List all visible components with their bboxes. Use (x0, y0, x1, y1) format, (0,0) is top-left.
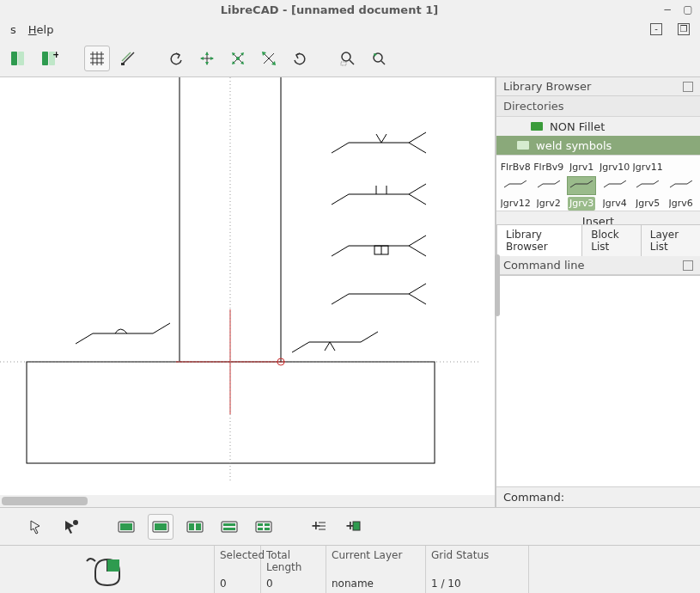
add-layer-button[interactable]: + (306, 514, 332, 540)
thumb-jgrv10[interactable] (600, 176, 630, 195)
right-panel: Library Browser Directories NON Fillet w… (496, 77, 700, 507)
svg-line-55 (409, 132, 426, 143)
svg-point-31 (342, 52, 350, 61)
window-title: LibreCAD - [unnamed document 1] (5, 3, 654, 16)
view-mode-5-button[interactable] (251, 514, 277, 540)
svg-line-77 (521, 180, 527, 184)
add-block-button[interactable]: + (340, 514, 366, 540)
svg-line-81 (570, 184, 575, 187)
thumb-label: Jgrv6 (669, 197, 693, 211)
status-grid-header: Grid Status (431, 549, 523, 561)
zoom-pan-button[interactable] (366, 46, 392, 71)
grid-toggle-button[interactable] (84, 46, 110, 71)
svg-rect-0 (11, 52, 17, 65)
draft-mode-button[interactable] (115, 46, 141, 71)
menu-unknown[interactable]: s (10, 23, 16, 36)
svg-line-59 (332, 194, 349, 205)
svg-rect-97 (120, 523, 132, 530)
thumb-label: Jgrv5 (636, 197, 660, 211)
svg-line-68 (409, 246, 426, 256)
canvas-vscroll-thumb[interactable] (495, 254, 500, 316)
library-thumbnails: FlrBv8 FlrBv9 Jgrv1 Jgrv10 Jgrv11 Jgrv12… (496, 155, 700, 211)
svg-text:+: + (311, 518, 321, 532)
svg-rect-108 (265, 523, 270, 526)
tab-block-list[interactable]: Block List (581, 224, 641, 256)
thumb-label: Jgrv10 (600, 161, 630, 174)
view-mode-3-button[interactable] (182, 514, 208, 540)
thumb-jgrv11[interactable] (633, 176, 662, 195)
svg-rect-33 (341, 62, 346, 65)
svg-rect-13 (121, 63, 125, 65)
drawing-canvas[interactable] (0, 77, 496, 507)
library-panel-title: Library Browser (496, 77, 700, 96)
svg-rect-109 (258, 528, 263, 530)
zoom-window-button[interactable] (335, 46, 361, 71)
thumb-flrbv9[interactable] (534, 176, 563, 195)
status-bar: Selected 0 Total Length 0 Current Layer … (0, 545, 700, 593)
canvas-hscroll-thumb[interactable] (2, 497, 88, 505)
svg-line-48 (292, 342, 309, 352)
status-selected-header: Selected (220, 549, 255, 561)
menu-bar: s Help - ❐ (0, 19, 700, 40)
tab-layer-list[interactable]: Layer List (641, 224, 700, 256)
svg-line-53 (332, 143, 349, 153)
svg-marker-19 (210, 57, 214, 60)
svg-marker-18 (200, 57, 204, 60)
new-file-button[interactable] (5, 46, 31, 71)
right-panel-tabs: Library Browser Block List Layer List (496, 232, 700, 256)
svg-marker-17 (205, 62, 209, 65)
canvas-hscroll-track[interactable] (0, 495, 495, 507)
snap-endpoint-button[interactable] (256, 46, 282, 71)
mdi-minimize-button[interactable]: - (650, 23, 662, 35)
undo-button[interactable] (163, 46, 189, 71)
folder-label: NON Fillet (550, 120, 605, 133)
snap-center-button[interactable] (225, 46, 251, 71)
folder-weld-symbols[interactable]: weld symbols (496, 136, 700, 155)
thumb-empty[interactable] (667, 176, 696, 195)
window-minimize-button[interactable]: − (660, 3, 674, 15)
thumb-jgrv3[interactable] (567, 176, 596, 195)
status-layer-header: Current Layer (332, 549, 420, 561)
snap-middle-button[interactable] (58, 514, 84, 540)
window-maximize-button[interactable]: ▢ (681, 3, 695, 15)
view-mode-2-button[interactable] (148, 514, 173, 540)
redo-button[interactable] (287, 46, 313, 71)
folder-non-fillet[interactable]: NON Fillet (496, 117, 700, 136)
snap-intersection-button[interactable] (194, 46, 220, 71)
thumb-label: FlrBv9 (533, 161, 563, 174)
thumb-label: Jgrv3 (568, 197, 595, 211)
panel-undock-icon[interactable] (683, 82, 693, 92)
svg-line-90 (670, 184, 675, 187)
svg-line-80 (555, 180, 560, 184)
svg-rect-101 (189, 523, 194, 530)
svg-rect-116 (353, 522, 360, 530)
svg-marker-94 (65, 521, 74, 534)
svg-line-56 (409, 143, 426, 153)
svg-line-47 (153, 323, 170, 333)
command-output[interactable] (496, 275, 700, 486)
view-mode-4-button[interactable] (216, 514, 242, 540)
status-length-value: 0 (266, 578, 320, 590)
view-mode-1-button[interactable] (113, 514, 139, 540)
new-from-template-button[interactable]: + (36, 46, 62, 71)
thumb-label: Jgrv2 (537, 197, 561, 211)
directories-header: Directories (496, 96, 700, 117)
svg-line-75 (504, 184, 509, 187)
top-toolbar: + (0, 40, 700, 77)
thumb-label: Jgrv11 (633, 161, 663, 174)
svg-line-78 (538, 184, 543, 187)
svg-rect-2 (42, 52, 48, 65)
menu-help[interactable]: Help (28, 23, 54, 36)
thumb-flrbv8[interactable] (501, 176, 530, 195)
mdi-restore-button[interactable]: ❐ (678, 23, 690, 35)
tab-library-browser[interactable]: Library Browser (496, 224, 582, 256)
svg-point-22 (236, 57, 240, 60)
folder-icon (531, 122, 543, 131)
thumb-label: Jgrv12 (501, 197, 531, 211)
snap-free-button[interactable] (24, 514, 50, 540)
svg-line-86 (621, 180, 626, 184)
svg-rect-103 (222, 522, 237, 532)
canvas-svg (0, 77, 496, 481)
status-selected-value: 0 (220, 578, 255, 590)
panel-undock-icon[interactable] (683, 260, 693, 271)
